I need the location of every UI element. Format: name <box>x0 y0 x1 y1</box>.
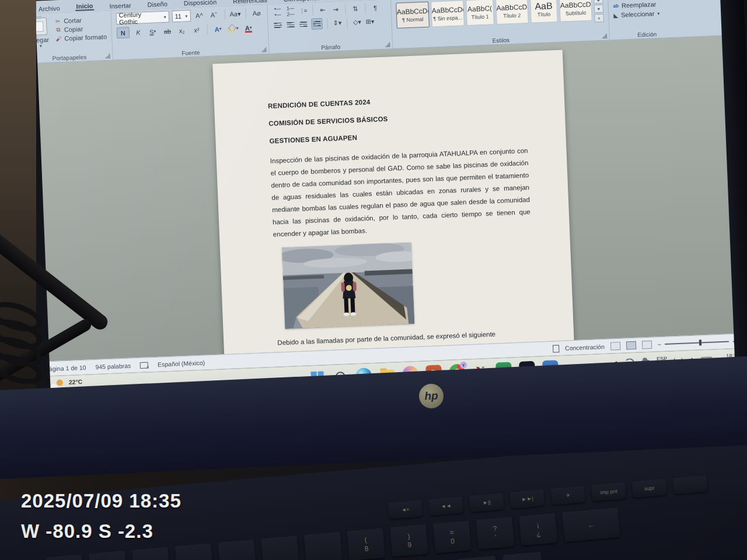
key-airplane: ✈ <box>550 486 585 505</box>
font-size-select[interactable]: 11▾ <box>172 10 191 22</box>
dialog-launcher-icon[interactable] <box>385 42 390 47</box>
photo-of-laptop: Archivo Inicio Insertar Diseño Disposici… <box>0 0 747 560</box>
copy-icon: ⧉ <box>55 26 62 33</box>
style-titulo-1[interactable]: AaBbC(Título 1 <box>466 0 494 26</box>
change-case-button[interactable]: Aa▾ <box>229 9 242 19</box>
strikethrough-button[interactable]: ab <box>161 26 173 36</box>
page-indicator[interactable]: Página 1 de 10 <box>45 364 86 373</box>
zoom-thumb[interactable] <box>699 340 701 346</box>
bold-button[interactable]: N <box>117 27 130 38</box>
key-backspace: ← <box>562 508 620 542</box>
key-apostrophe: ? ' <box>476 517 514 550</box>
line-spacing-button[interactable]: ⇕▾ <box>332 18 343 29</box>
align-center-button[interactable] <box>285 20 296 30</box>
font-family-select[interactable]: Century Gothic▾ <box>116 11 169 25</box>
key-blank <box>218 539 256 560</box>
format-painter-button[interactable]: 🖌Copiar formato <box>55 33 107 43</box>
zoom-slider[interactable]: − + <box>658 338 736 348</box>
doc-paragraph: Inspección de las piscinas de oxidación … <box>270 145 532 240</box>
language-indicator[interactable]: Español (México) <box>158 359 205 368</box>
style-normal[interactable]: AaBbCcDc¶ Normal <box>396 2 430 29</box>
key-blank <box>132 547 170 560</box>
shading-button[interactable]: ◇▾ <box>352 17 362 27</box>
overlay-gps-coords: W -80.9 S -2.3 <box>21 520 181 542</box>
subscript-button[interactable]: x₂ <box>176 25 188 36</box>
key-next-track: ►►| <box>510 489 545 509</box>
borders-button[interactable]: ⊞▾ <box>365 16 375 27</box>
decrease-indent-button[interactable]: ⇤ <box>317 5 328 15</box>
scissors-icon: ✂ <box>54 18 61 24</box>
tab-insertar[interactable]: Insertar <box>108 2 132 10</box>
word-count[interactable]: 945 palabras <box>95 362 131 370</box>
tab-referencias[interactable]: Referencias <box>232 0 268 5</box>
superscript-button[interactable]: x² <box>190 24 203 35</box>
grow-font-button[interactable]: A^ <box>193 10 205 21</box>
group-fuente: Century Gothic▾ 11▾ A^ Aˇ Aa▾ A⌀ N K S▾ … <box>111 5 269 60</box>
style-subtitulo[interactable]: AaBbCcDSubtítulo <box>559 0 592 22</box>
group-portapapeles: Pegar ▾ ✂Cortar ⧉Copiar 🖌Copiar formato … <box>25 11 113 64</box>
zoom-out-button[interactable]: − <box>658 341 662 348</box>
tab-disposicion[interactable]: Disposición <box>183 0 218 7</box>
styles-scroll-down[interactable]: ▼ <box>594 5 604 13</box>
numbering-button[interactable]: 1—2— <box>285 6 295 16</box>
sort-button[interactable]: ⇅ <box>350 4 361 14</box>
key-0: = 0 <box>433 520 472 553</box>
font-color-button[interactable]: A▾ <box>242 23 254 33</box>
styles-more-button[interactable]: ≡ <box>594 14 604 23</box>
document-area: RENDICIÓN DE CUENTAS 2024 COMISIÓN DE SE… <box>27 36 742 362</box>
highlight-button[interactable]: ▾ <box>226 23 240 34</box>
copy-button[interactable]: ⧉Copiar <box>55 24 107 34</box>
show-marks-button[interactable]: ¶ <box>370 2 381 13</box>
tab-inicio[interactable]: Inicio <box>75 2 94 11</box>
cursor-icon: ◣ <box>613 12 618 18</box>
style-titulo[interactable]: AaBTítulo <box>530 0 558 23</box>
web-layout-button[interactable] <box>642 341 652 349</box>
align-left-button[interactable] <box>273 20 283 31</box>
text-effects-button[interactable]: A▾ <box>212 24 224 34</box>
weather-temp: 22°C <box>69 378 83 386</box>
group-estilos: AaBbCcDc¶ Normal AaBbCcDc¶ Sin espa... A… <box>391 0 610 48</box>
style-titulo-2[interactable]: AaBbCcDTítulo 2 <box>495 0 528 24</box>
focus-mode[interactable]: Concentración <box>565 343 605 352</box>
key-print-screen: imp pnt <box>591 482 626 502</box>
dialog-launcher-icon[interactable] <box>105 54 110 58</box>
clear-format-button[interactable]: A⌀ <box>250 8 263 19</box>
italic-button[interactable]: K <box>132 27 145 37</box>
key-9: ) 9 <box>390 524 428 557</box>
key-blank <box>174 543 213 560</box>
proofing-icon[interactable] <box>140 362 148 369</box>
multilevel-list-button[interactable]: ⋮≡ <box>298 5 308 16</box>
document-photo[interactable] <box>282 243 414 330</box>
doc-heading-1: RENDICIÓN DE CUENTAS 2024 <box>268 92 526 110</box>
document-page[interactable]: RENDICIÓN DE CUENTAS 2024 COMISIÓN DE SE… <box>212 50 574 359</box>
profile-badge: Y <box>460 362 467 369</box>
dialog-launcher-icon[interactable] <box>261 47 266 52</box>
shrink-font-button[interactable]: Aˇ <box>208 10 220 20</box>
replace-button[interactable]: abReemplazar <box>613 0 678 9</box>
bullets-button[interactable]: •—•— <box>272 6 282 17</box>
doc-heading-2: COMISIÓN DE SERVICIOS BÁSICOS <box>268 110 526 127</box>
laptop-screen: Archivo Inicio Insertar Diseño Disposici… <box>25 0 743 405</box>
style-sin-espaciado[interactable]: AaBbCcDc¶ Sin espa... <box>431 0 465 27</box>
read-mode-button[interactable] <box>610 342 621 351</box>
replace-icon: ab <box>613 3 619 8</box>
print-layout-button[interactable] <box>626 341 637 350</box>
tab-diseno[interactable]: Diseño <box>146 1 169 9</box>
styles-scroll-up[interactable]: ▲ <box>594 0 603 4</box>
tab-archivo[interactable]: Archivo <box>37 5 61 13</box>
cut-button[interactable]: ✂Cortar <box>54 16 106 25</box>
group-edicion: Buscar▾ abReemplazar ◣Seleccionar▾ Edici… <box>608 0 685 40</box>
key-blank <box>304 531 343 560</box>
key-supr: supr <box>632 479 667 498</box>
key-blank <box>672 475 707 494</box>
select-button[interactable]: ◣Seleccionar▾ <box>613 9 679 18</box>
highlight-icon <box>228 24 236 32</box>
align-right-button[interactable] <box>298 19 309 30</box>
key-question: ¡ ¿ <box>519 513 557 545</box>
justify-button[interactable] <box>311 18 323 30</box>
increase-indent-button[interactable]: ⇥ <box>330 4 341 15</box>
dialog-launcher-icon[interactable] <box>602 33 607 38</box>
underline-button[interactable]: S▾ <box>147 26 159 37</box>
key-mute: ◄× <box>388 500 423 519</box>
coiled-cable <box>0 312 43 382</box>
